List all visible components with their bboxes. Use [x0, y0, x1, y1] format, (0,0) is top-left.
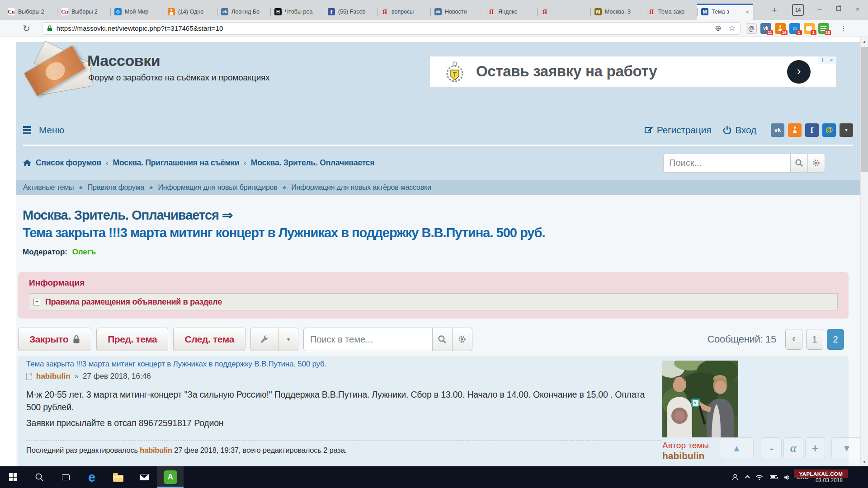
- battery-icon[interactable]: [770, 475, 777, 479]
- zoom-page-icon[interactable]: ⊕: [715, 23, 721, 33]
- task-view-button[interactable]: [52, 466, 79, 488]
- quicklink-forum-rules[interactable]: Правила форума: [88, 183, 144, 192]
- topic-search-input[interactable]: [303, 328, 433, 351]
- browser-tab[interactable]: Леонид Бо: [217, 4, 270, 20]
- start-button[interactable]: [0, 466, 26, 488]
- ad-text[interactable]: Оставь заявку на работу: [476, 63, 657, 80]
- search-input[interactable]: [663, 154, 791, 173]
- rules-row[interactable]: + Правила размещения объявлений в раздел…: [29, 293, 838, 310]
- scrollbar-up-icon[interactable]: ▲: [861, 38, 868, 45]
- close-window-button[interactable]: ×: [848, 0, 867, 17]
- search-settings-button[interactable]: [808, 154, 825, 173]
- scrollbar-down-icon[interactable]: ▼: [861, 458, 868, 465]
- ad-arrow-button[interactable]: ›: [787, 60, 811, 84]
- browser-tab[interactable]: Яндекс: [484, 4, 537, 20]
- browser-tab[interactable]: Новости: [430, 4, 484, 20]
- menu-button[interactable]: Меню: [23, 125, 64, 136]
- moymir-extension-icon[interactable]: ☺1: [789, 23, 800, 34]
- site-title[interactable]: Массовки: [87, 52, 160, 70]
- browser-tab[interactable]: вопросы: [377, 4, 430, 20]
- browser-tab-active[interactable]: Тема з×: [697, 4, 753, 20]
- file-explorer-button[interactable]: [105, 466, 131, 488]
- edit-note-author-link[interactable]: habibulin: [140, 446, 172, 454]
- page-scrollbar[interactable]: ▲ ▼: [860, 37, 868, 466]
- url-text[interactable]: https://massovki.net/viewtopic.php?t=317…: [57, 24, 223, 32]
- quicklink-actors-info[interactable]: Информация для новых актёров массовки: [291, 183, 431, 192]
- font-reset-button[interactable]: α: [783, 437, 803, 459]
- browser-tab[interactable]: [537, 4, 590, 20]
- restore-button[interactable]: [829, 0, 848, 17]
- odnoklassniki-extension-icon[interactable]: 16: [775, 23, 786, 34]
- speaker-icon[interactable]: [784, 474, 790, 480]
- prev-topic-button[interactable]: Пред. тема: [96, 328, 168, 351]
- active-app-button[interactable]: A: [157, 466, 184, 488]
- quicklink-brigadiers-info[interactable]: Информация для новых бригадиров: [158, 183, 278, 192]
- browser-tab[interactable]: Тема закр: [644, 4, 697, 20]
- taskbar-search-button[interactable]: [26, 466, 52, 488]
- browser-menu-icon[interactable]: ⋮: [840, 24, 848, 33]
- bookmark-star-icon[interactable]: ☆: [729, 23, 736, 33]
- ad-info-icon[interactable]: i: [818, 56, 827, 64]
- reload-icon[interactable]: ↻: [23, 23, 30, 34]
- vk-extension-icon[interactable]: vk11: [760, 23, 771, 34]
- page-1-button[interactable]: 1: [806, 329, 823, 350]
- topic-search-button[interactable]: [433, 328, 453, 351]
- omnibox[interactable]: https://massovki.net/viewtopic.php?t=317…: [42, 22, 741, 35]
- browser-tab[interactable]: (14) Одно: [164, 4, 217, 20]
- wifi-icon[interactable]: [755, 474, 763, 480]
- browser-tab[interactable]: Мой Мир: [110, 4, 164, 20]
- browser-tab[interactable]: Выборы 2: [57, 4, 110, 20]
- locked-label: Закрыто: [29, 334, 68, 345]
- windows-logo-icon: [9, 473, 17, 481]
- vk-social-icon[interactable]: [771, 123, 784, 137]
- people-icon[interactable]: [732, 474, 738, 480]
- post-author-link[interactable]: habibulin: [36, 372, 71, 381]
- browser-tab[interactable]: Выборы 2: [4, 4, 57, 20]
- topic-search-settings-button[interactable]: [453, 328, 472, 351]
- mail-button[interactable]: [131, 466, 157, 488]
- scrollbar-thumb[interactable]: [861, 47, 868, 172]
- search-button[interactable]: [791, 154, 808, 173]
- browser-tab[interactable]: Чтобы реа: [270, 4, 324, 20]
- facebook-social-icon[interactable]: [805, 123, 819, 137]
- feed-extension-icon[interactable]: 28: [818, 23, 829, 34]
- browser-tab[interactable]: (55) Faceb: [324, 4, 377, 20]
- expand-plus-icon[interactable]: +: [33, 299, 40, 305]
- mailru-social-icon[interactable]: [822, 123, 836, 137]
- topic-title[interactable]: Тема закрыта !!!3 марта митинг концерт в…: [23, 225, 849, 240]
- next-topic-button[interactable]: След. тема: [173, 328, 245, 351]
- login-link[interactable]: Вход: [723, 125, 756, 136]
- section-title[interactable]: Москва. Зритель. Оплачивается ⇒: [23, 207, 849, 223]
- moderator-name[interactable]: Олегъ: [72, 248, 96, 256]
- scroll-down-button[interactable]: ▼: [831, 437, 860, 459]
- agent-extension-icon[interactable]: 1: [804, 23, 815, 34]
- extension-icons: @ vk11 16 ☺1 1 28: [746, 23, 829, 34]
- browser-tab[interactable]: Москва. З: [590, 4, 644, 20]
- prev-page-button[interactable]: ‹: [785, 329, 802, 350]
- more-socials-dropdown-icon[interactable]: [840, 123, 853, 137]
- odnoklassniki-social-icon[interactable]: [788, 123, 802, 137]
- tab-counter-extension[interactable]: 14: [792, 4, 804, 16]
- mailru-at-icon[interactable]: @: [746, 23, 757, 34]
- close-tab-icon[interactable]: ×: [745, 9, 749, 15]
- breadcrumb-section[interactable]: Москва. Приглашения на съёмки: [113, 158, 240, 168]
- font-decrease-button[interactable]: -: [762, 437, 782, 459]
- rules-link[interactable]: Правила размещения объявлений в разделе: [45, 297, 222, 307]
- locked-button[interactable]: Закрыто: [18, 328, 91, 351]
- ad-close-icon[interactable]: ×: [827, 56, 836, 64]
- scroll-up-button[interactable]: ▲: [720, 437, 754, 459]
- hidden-icons-chevron[interactable]: [745, 475, 750, 480]
- page-2-button-active[interactable]: 2: [827, 329, 844, 350]
- topic-tools-button[interactable]: [251, 328, 279, 351]
- edge-button[interactable]: e: [79, 466, 105, 488]
- topic-tools-dropdown[interactable]: ▼: [279, 328, 298, 351]
- breadcrumb-forums[interactable]: Список форумов: [36, 158, 101, 168]
- minimize-button[interactable]: –: [810, 0, 829, 17]
- avatar[interactable]: 5: [662, 361, 738, 437]
- ad-banner[interactable]: Оставь заявку на работу › i ×: [429, 56, 836, 88]
- breadcrumb-current[interactable]: Москва. Зритель. Оплачивается: [251, 158, 375, 168]
- font-increase-button[interactable]: +: [805, 437, 825, 459]
- register-link[interactable]: Регистрация: [645, 125, 712, 136]
- new-tab-button[interactable]: +: [769, 5, 780, 16]
- quicklink-active-topics[interactable]: Активные темы: [23, 183, 74, 192]
